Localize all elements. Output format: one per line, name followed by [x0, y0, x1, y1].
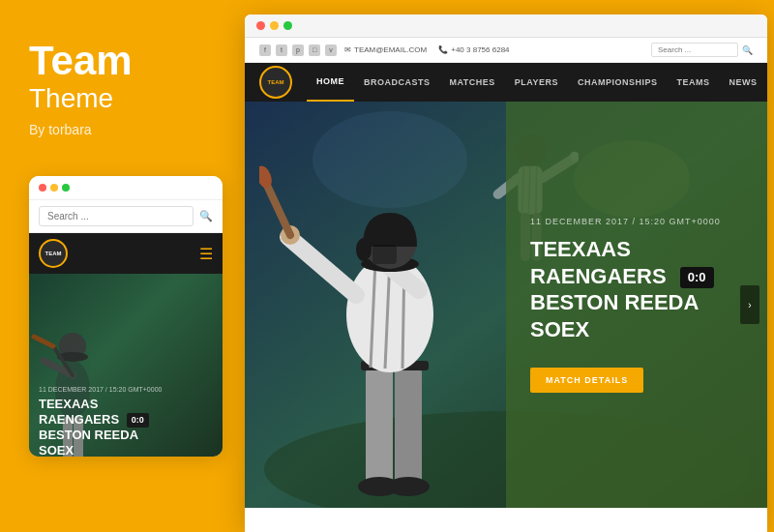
theme-title: Team Theme [29, 39, 208, 122]
utility-left: f t p □ v ✉ TEAM@EMAIL.COM 📞 +40 3 8756 … [259, 44, 510, 56]
svg-rect-12 [366, 363, 393, 488]
svg-point-15 [387, 477, 430, 496]
nav-item-matches[interactable]: MATCHES [440, 63, 505, 102]
mobile-mockup: 🔍 TEAM ☰ [29, 176, 223, 457]
desktop-top-bar [245, 15, 767, 38]
mobile-search-bar: 🔍 [29, 200, 223, 233]
match-details-button[interactable]: MATCH DETAILS [530, 368, 643, 393]
svg-rect-13 [395, 363, 422, 488]
mobile-search-icon: 🔍 [199, 210, 213, 222]
desktop-logo: TEAM [259, 66, 292, 99]
mobile-hero-title: TEEXAAS RAENGAERS 0:0 BESTON REEDA SOEX [39, 397, 213, 457]
svg-line-21 [288, 237, 356, 295]
mobile-score-badge: 0:0 [127, 413, 149, 428]
desktop-search-icon[interactable]: 🔍 [742, 45, 753, 55]
hero-player-figure [259, 121, 511, 508]
desktop-utility-bar: f t p □ v ✉ TEAM@EMAIL.COM 📞 +40 3 8756 … [245, 38, 767, 63]
utility-phone: 📞 +40 3 8756 6284 [438, 45, 509, 54]
nav-item-home[interactable]: HOME [307, 63, 354, 102]
phone-icon: 📞 [438, 45, 448, 54]
hero-overlay-right: 11 DECEMBER 2017 / 15:20 GMT+0000 TEEXAA… [506, 102, 767, 508]
mobile-search-input[interactable] [39, 206, 194, 226]
mobile-logo: TEAM [39, 239, 68, 268]
utility-email: ✉ TEAM@EMAIL.COM [344, 45, 427, 54]
mobile-hamburger-icon[interactable]: ☰ [199, 245, 213, 263]
hero-score-badge: 0:0 [680, 267, 714, 288]
mobile-hero: 11 DECEMBER 2017 / 15:20 GMT+0000 TEEXAA… [29, 274, 223, 457]
desktop-dot-yellow [270, 21, 279, 30]
left-panel: Team Theme By torbara 🔍 TEAM ☰ [0, 0, 237, 532]
nav-item-news[interactable]: NEWS [720, 63, 767, 102]
svg-point-25 [259, 163, 275, 190]
svg-line-7 [34, 337, 53, 346]
nav-item-players[interactable]: PLAYERS [505, 63, 568, 102]
svg-point-28 [356, 238, 372, 261]
instagram-icon[interactable]: □ [309, 44, 320, 56]
mobile-top-bar [29, 176, 223, 200]
theme-author: By torbara [29, 122, 208, 137]
mobile-dot-yellow [50, 184, 58, 192]
desktop-mockup: f t p □ v ✉ TEAM@EMAIL.COM 📞 +40 3 8756 … [245, 15, 767, 532]
hero-date: 11 DECEMBER 2017 / 15:20 GMT+0000 [530, 217, 743, 226]
mobile-dot-red [39, 184, 46, 192]
utility-contact: ✉ TEAM@EMAIL.COM 📞 +40 3 8756 6284 [344, 45, 510, 54]
facebook-icon[interactable]: f [259, 44, 271, 56]
desktop-dot-green [283, 21, 292, 30]
vimeo-icon[interactable]: v [325, 44, 337, 56]
hero-match-title: TEEXAAS RAENGAERS 0:0 BESTON REEDA SOEX [530, 236, 743, 342]
desktop-nav: TEAM HOME BROADCASTS MATCHES PLAYERS CHA… [245, 63, 767, 102]
nav-item-championships[interactable]: CHAMPIONSHIPS [568, 63, 668, 102]
nav-item-teams[interactable]: TEAMS [668, 63, 720, 102]
desktop-hero: 11 DECEMBER 2017 / 15:20 GMT+0000 TEEXAA… [245, 102, 767, 508]
desktop-search-input[interactable] [651, 43, 738, 57]
desktop-nav-items: HOME BROADCASTS MATCHES PLAYERS CHAMPION… [307, 63, 767, 102]
twitter-icon[interactable]: t [276, 44, 287, 56]
mobile-dot-green [62, 184, 70, 192]
svg-rect-29 [372, 245, 397, 264]
hero-next-arrow[interactable]: › [740, 285, 759, 324]
email-icon: ✉ [344, 45, 351, 54]
mobile-nav-bar: TEAM ☰ [29, 233, 223, 274]
mobile-hero-date: 11 DECEMBER 2017 / 15:20 GMT+0000 [39, 386, 213, 393]
mobile-hero-content: 11 DECEMBER 2017 / 15:20 GMT+0000 TEEXAA… [39, 386, 213, 457]
pinterest-icon[interactable]: p [292, 44, 304, 56]
nav-item-broadcasts[interactable]: BROADCASTS [354, 63, 440, 102]
desktop-dot-red [256, 21, 265, 30]
utility-social-icons: f t p □ v [259, 44, 337, 56]
utility-search: 🔍 [651, 43, 753, 57]
